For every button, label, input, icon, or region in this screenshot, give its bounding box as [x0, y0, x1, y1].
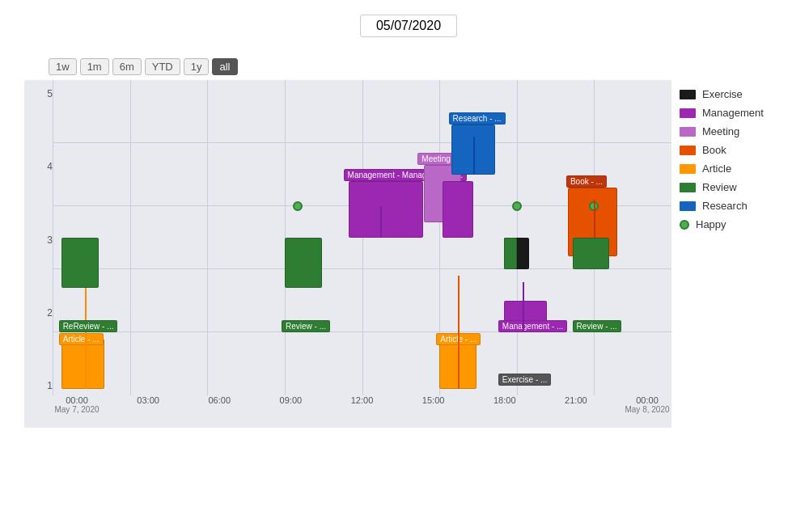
- legend-review: Review: [680, 181, 777, 193]
- date-input[interactable]: [360, 15, 457, 37]
- legend-label-management: Management: [702, 107, 764, 119]
- filter-ytd[interactable]: YTD: [145, 58, 180, 75]
- x-label-0300: 03:00: [124, 395, 172, 428]
- review-box-3[interactable]: [504, 238, 516, 269]
- chart-area: 1 2 3 4 5: [24, 80, 671, 428]
- legend-management: Management: [680, 107, 777, 119]
- research-label-1: Research - ...: [449, 112, 506, 125]
- management-box-3[interactable]: [504, 301, 548, 332]
- whisker-article-2: [458, 276, 460, 389]
- book-label-1: Book - ...: [566, 175, 607, 188]
- legend-color-review: [680, 183, 696, 192]
- legend-color-happy: [680, 220, 689, 230]
- legend-color-research: [680, 201, 696, 211]
- legend-color-exercise: [680, 90, 696, 99]
- whisker-mgmt-1: [380, 206, 382, 238]
- legend-label-meeting: Meeting: [702, 125, 739, 137]
- x-label-2100: 21:00: [552, 395, 600, 428]
- legend-label-article: Article: [702, 163, 731, 175]
- legend-label-review: Review: [702, 181, 737, 193]
- x-axis: 00:00 May 7, 2020 03:00 06:00 09:00 12:0…: [53, 395, 671, 428]
- x-label-0900: 09:00: [266, 395, 315, 428]
- legend-color-meeting: [680, 127, 696, 137]
- legend-label-exercise: Exercise: [702, 88, 743, 100]
- legend-exercise: Exercise: [680, 88, 777, 100]
- legend-label-research: Research: [702, 200, 748, 212]
- x-label-1200: 12:00: [338, 395, 387, 428]
- y-label-3: 3: [28, 234, 53, 246]
- x-label-0000-may7: 00:00 May 7, 2020: [53, 395, 101, 428]
- filter-all[interactable]: all: [212, 58, 237, 75]
- whisker-research: [473, 137, 475, 175]
- legend-color-book: [680, 146, 696, 155]
- filter-6m[interactable]: 6m: [112, 58, 142, 75]
- review-box-4[interactable]: [573, 238, 610, 269]
- legend-color-management: [680, 108, 696, 118]
- chart-container: 1 2 3 4 5: [24, 80, 785, 428]
- legend-article: Article: [680, 163, 777, 175]
- legend: Exercise Management Meeting Book Article…: [671, 80, 785, 428]
- y-label-5: 5: [28, 88, 53, 99]
- legend-color-article: [680, 164, 696, 174]
- review-label-4: Review - ...: [573, 320, 621, 332]
- filter-1y[interactable]: 1y: [184, 58, 210, 75]
- legend-research: Research: [680, 200, 777, 212]
- plot-area: Article - ... ReReview - ... Review - ..…: [53, 80, 671, 395]
- review-box-1[interactable]: [61, 238, 99, 288]
- y-label-1: 1: [28, 380, 53, 391]
- x-label-0600: 06:00: [195, 395, 244, 428]
- x-label-1800: 18:00: [481, 395, 529, 428]
- management-box-2[interactable]: [443, 181, 473, 238]
- article-box-1[interactable]: [61, 339, 105, 389]
- rereview-label: ReReview - ...: [59, 320, 118, 332]
- y-axis: 1 2 3 4 5: [24, 80, 53, 395]
- time-filter-bar: 1w 1m 6m YTD 1y all: [0, 55, 809, 80]
- x-label-1500: 15:00: [409, 395, 458, 428]
- filter-1w[interactable]: 1w: [49, 58, 77, 75]
- legend-happy: Happy: [680, 218, 777, 230]
- legend-label-book: Book: [702, 144, 726, 156]
- y-label-4: 4: [28, 161, 53, 172]
- section-title: [0, 45, 809, 55]
- x-label-0000-may8: 00:00 May 8, 2020: [623, 395, 671, 428]
- y-label-2: 2: [28, 307, 53, 319]
- whisker-mgmt-3: [523, 282, 524, 332]
- review-box-2[interactable]: [285, 238, 322, 288]
- happy-dot-1: [293, 201, 303, 211]
- legend-label-happy: Happy: [696, 218, 726, 230]
- exercise-label-1: Exercise - ...: [498, 374, 552, 386]
- review-label-2: Review - ...: [282, 320, 330, 332]
- legend-book: Book: [680, 144, 777, 156]
- legend-meeting: Meeting: [680, 125, 777, 137]
- happy-dot-2: [512, 201, 522, 211]
- management-box-1[interactable]: [349, 181, 423, 238]
- filter-1m[interactable]: 1m: [80, 58, 109, 75]
